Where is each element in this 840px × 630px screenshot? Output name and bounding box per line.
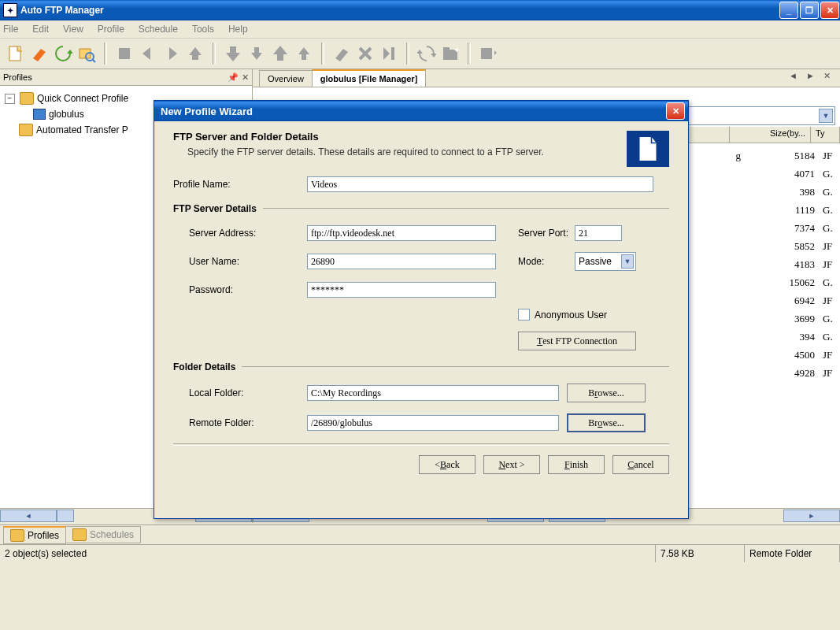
maximize-button[interactable]: ❐	[800, 2, 819, 19]
document-icon	[627, 131, 669, 167]
file-size: 4183	[744, 258, 820, 271]
user-name-input[interactable]	[307, 254, 496, 269]
back-icon[interactable]	[139, 44, 157, 63]
svg-text:✦: ✦	[453, 46, 460, 54]
back-button[interactable]: < Back	[419, 455, 476, 474]
connect-icon[interactable]	[30, 44, 49, 63]
menu-view[interactable]: View	[63, 24, 83, 35]
menu-schedule[interactable]: Schedule	[139, 24, 178, 35]
search-icon[interactable]	[77, 44, 96, 63]
mode-select[interactable]: Passive ▼	[575, 252, 636, 271]
file-size: 5184	[744, 150, 820, 162]
next-button[interactable]: Next >	[483, 455, 540, 474]
profile-name-input[interactable]	[307, 176, 653, 192]
local-folder-input[interactable]	[307, 385, 559, 401]
col-size[interactable]: Size(by...	[730, 127, 811, 143]
tab-file-manager[interactable]: globulus [File Manager]	[312, 69, 426, 87]
stop-icon[interactable]	[115, 44, 134, 63]
file-type: JF	[820, 349, 838, 361]
dialog-titlebar: New Profile Wizard ✕	[154, 101, 688, 121]
pin-icon[interactable]: 📌	[228, 72, 239, 83]
server-port-input[interactable]	[575, 225, 622, 241]
app-icon: ✦	[3, 3, 17, 17]
download-small-icon[interactable]	[247, 44, 266, 63]
disconnect-icon[interactable]	[332, 44, 351, 63]
dropdown-icon[interactable]: ▼	[621, 254, 634, 269]
file-type: G.	[820, 186, 838, 198]
refresh-icon[interactable]	[54, 44, 72, 63]
sync-icon[interactable]	[417, 44, 436, 63]
svg-rect-8	[481, 48, 492, 59]
dropdown-icon[interactable]: ▼	[819, 109, 833, 123]
file-size: 3699	[744, 313, 820, 325]
status-size: 7.58 KB	[656, 545, 745, 562]
panel-close-icon[interactable]: ✕	[242, 72, 249, 83]
menu-edit[interactable]: Edit	[32, 24, 49, 35]
browse-local-button[interactable]: Browse...	[567, 384, 646, 402]
file-size: 15062	[744, 276, 820, 289]
upload-icon[interactable]	[271, 44, 290, 63]
delete-icon[interactable]	[356, 44, 375, 63]
main-toolbar: ✦	[0, 39, 840, 69]
dialog-title: New Profile Wizard	[161, 106, 253, 117]
password-input[interactable]	[307, 282, 496, 298]
file-size: 7374	[744, 222, 820, 235]
new-profile-icon[interactable]	[6, 44, 25, 63]
col-type[interactable]: Ty	[811, 127, 840, 143]
file-size: 4500	[744, 349, 820, 361]
tab-overview[interactable]: Overview	[259, 70, 313, 87]
folder-icon	[20, 92, 34, 105]
tree-label: Quick Connect Profile	[37, 91, 128, 106]
download-icon[interactable]	[224, 44, 242, 63]
bottom-tab-profiles[interactable]: Profiles	[3, 526, 66, 544]
menu-file[interactable]: File	[3, 24, 18, 35]
dialog-close-button[interactable]: ✕	[666, 102, 685, 120]
tab-controls[interactable]: ◄ ► ✕	[789, 71, 834, 81]
minimize-button[interactable]: _	[779, 2, 798, 19]
password-label: Password:	[173, 284, 307, 295]
file-type: JF	[820, 258, 838, 271]
profile-name-label: Profile Name:	[173, 179, 307, 190]
file-type: G.	[820, 313, 838, 325]
skip-icon[interactable]	[379, 44, 398, 63]
local-folder-label: Local Folder:	[173, 387, 307, 398]
remote-folder-input[interactable]	[307, 415, 559, 431]
bottom-tab-schedules[interactable]: Schedules	[65, 526, 141, 543]
menu-help[interactable]: Help	[228, 24, 248, 35]
anonymous-user-checkbox[interactable]	[518, 309, 530, 321]
file-size: 6942	[744, 295, 820, 307]
status-location: Remote Folder	[745, 545, 840, 562]
file-size: 1119	[744, 204, 820, 217]
file-size: 5852	[744, 240, 820, 253]
svg-rect-4	[119, 48, 130, 59]
tree-label: globulus	[49, 106, 84, 122]
menu-tools[interactable]: Tools	[192, 24, 214, 35]
mode-label: Mode:	[504, 256, 575, 267]
btn-label: est FTP Connection	[542, 335, 617, 347]
file-type: G.	[820, 222, 838, 235]
status-bar: 2 object(s) selected 7.58 KB Remote Fold…	[0, 544, 840, 562]
finish-button[interactable]: Finish	[548, 455, 605, 474]
menu-profile[interactable]: Profile	[98, 24, 124, 35]
upload-small-icon[interactable]	[294, 44, 313, 63]
cancel-button[interactable]: Cancel	[612, 455, 669, 474]
scroll-thumb[interactable]	[57, 510, 74, 522]
document-tabs: Overview globulus [File Manager] ◄ ► ✕	[253, 69, 840, 87]
new-profile-wizard-dialog: New Profile Wizard ✕ FTP Server and Fold…	[154, 100, 689, 519]
view-icon[interactable]	[479, 44, 498, 63]
remote-folder-label: Remote Folder:	[173, 417, 307, 428]
scroll-left-icon[interactable]: ◄	[0, 510, 57, 522]
up-icon[interactable]	[186, 44, 205, 63]
test-ftp-connection-button[interactable]: Test FTP Connection	[518, 332, 636, 350]
new-folder-icon[interactable]: ✦	[441, 44, 460, 63]
close-button[interactable]: ✕	[820, 2, 839, 19]
main-window-titlebar: ✦ Auto FTP Manager _ ❐ ✕	[0, 0, 840, 20]
server-address-input[interactable]	[307, 225, 496, 241]
browse-remote-button[interactable]: Browse...	[567, 413, 646, 432]
collapse-icon[interactable]: −	[5, 94, 15, 104]
server-address-label: Server Address:	[173, 228, 307, 239]
scroll-right-icon[interactable]: ►	[783, 510, 840, 522]
svg-rect-6	[443, 47, 450, 50]
forward-icon[interactable]	[162, 44, 181, 63]
bottom-tabs: Profiles Schedules	[0, 524, 840, 544]
